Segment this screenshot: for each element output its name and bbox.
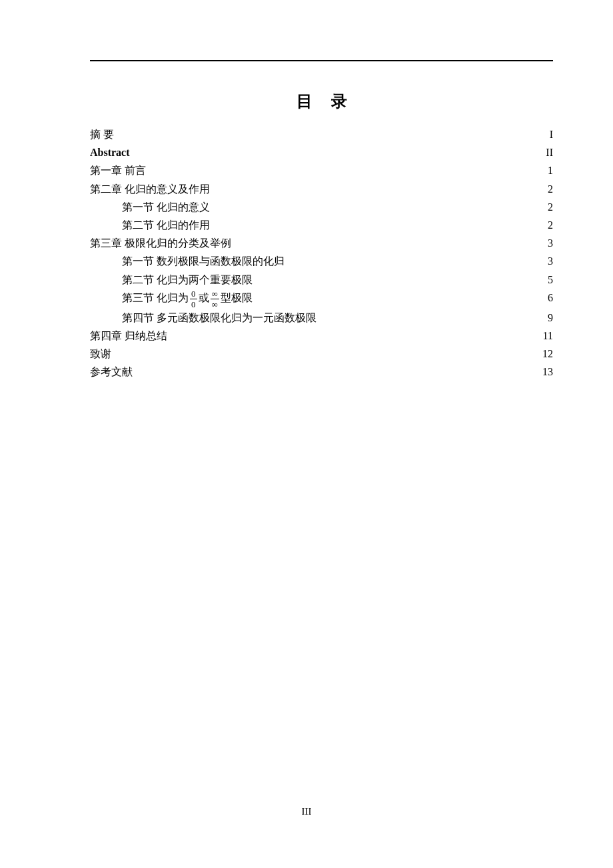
toc-entry-page: 6 xyxy=(541,289,553,307)
toc-entry: 第一节 化归的意义2 xyxy=(90,198,553,216)
toc-entry: 摘 要I xyxy=(90,125,553,143)
document-page: 目录 摘 要IAbstractII第一章 前言1第二章 化归的意义及作用2第一节… xyxy=(0,0,613,868)
toc-list: 摘 要IAbstractII第一章 前言1第二章 化归的意义及作用2第一节 化归… xyxy=(90,125,553,381)
toc-entry-label: 第一章 前言 xyxy=(90,161,146,179)
toc-entry-label: 致谢 xyxy=(90,345,111,363)
toc-entry: 致谢12 xyxy=(90,345,553,363)
fraction: ∞∞ xyxy=(211,289,219,309)
toc-entry-label: 参考文献 xyxy=(90,363,133,381)
toc-entry-label: Abstract xyxy=(90,143,130,161)
toc-entry-label: 摘 要 xyxy=(90,125,114,143)
toc-entry: 第一章 前言1 xyxy=(90,161,553,179)
toc-entry-page: 12 xyxy=(541,345,553,363)
toc-entry-label: 第一节 数列极限与函数极限的化归 xyxy=(122,252,285,270)
toc-entry-page: 2 xyxy=(541,198,553,216)
toc-entry: 参考文献13 xyxy=(90,363,553,381)
top-rule xyxy=(90,60,553,61)
toc-entry-label: 第三章 极限化归的分类及举例 xyxy=(90,234,231,252)
toc-entry: 第一节 数列极限与函数极限的化归3 xyxy=(90,252,553,270)
toc-entry-page: 13 xyxy=(541,363,553,381)
toc-entry-page: 2 xyxy=(541,180,553,198)
toc-entry-label: 第四节 多元函数极限化归为一元函数极限 xyxy=(122,309,316,327)
toc-entry-page: 11 xyxy=(541,327,553,345)
fraction: 00 xyxy=(190,289,197,309)
toc-heading: 目录 xyxy=(90,91,553,112)
toc-entry-page: I xyxy=(541,125,553,143)
toc-entry: 第四节 多元函数极限化归为一元函数极限9 xyxy=(90,309,553,327)
toc-entry: 第二节 化归的作用2 xyxy=(90,216,553,234)
toc-entry-page: 3 xyxy=(541,234,553,252)
toc-entry-page: 9 xyxy=(541,309,553,327)
toc-entry: 第四章 归纳总结11 xyxy=(90,327,553,345)
toc-entry-label: 第二节 化归的作用 xyxy=(122,216,210,234)
toc-entry-label: 第一节 化归的意义 xyxy=(122,198,210,216)
toc-entry: 第三章 极限化归的分类及举例3 xyxy=(90,234,553,252)
toc-entry-page: 1 xyxy=(541,161,553,179)
toc-entry: 第二节 化归为两个重要极限5 xyxy=(90,271,553,289)
toc-entry-label: 第三节 化归为00或∞∞型极限 xyxy=(122,289,253,309)
toc-entry-label: 第二节 化归为两个重要极限 xyxy=(122,271,253,289)
page-number: III xyxy=(0,806,613,817)
toc-entry-page: II xyxy=(541,143,553,161)
toc-entry-label: 第二章 化归的意义及作用 xyxy=(90,180,210,198)
toc-entry-page: 2 xyxy=(541,216,553,234)
toc-entry: 第二章 化归的意义及作用2 xyxy=(90,180,553,198)
toc-entry: AbstractII xyxy=(90,143,553,161)
toc-entry-page: 3 xyxy=(541,252,553,270)
toc-entry: 第三节 化归为00或∞∞型极限6 xyxy=(90,289,553,309)
toc-entry-label: 第四章 归纳总结 xyxy=(90,327,167,345)
toc-entry-page: 5 xyxy=(541,271,553,289)
